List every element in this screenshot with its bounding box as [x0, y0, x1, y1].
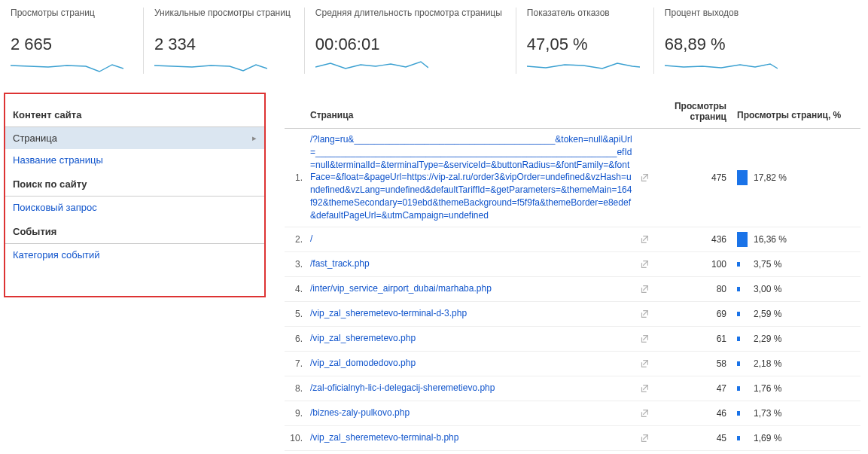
metric-bounce-rate[interactable]: Показатель отказов 47,05 %: [516, 8, 653, 74]
page-link[interactable]: /vip_zal_sheremetevo-terminal-b.php: [310, 431, 458, 444]
metric-label: Просмотры страниц: [11, 8, 129, 30]
row-views: 475: [650, 172, 732, 183]
metrics-summary: Просмотры страниц 2 665 Уникальные просм…: [0, 0, 868, 89]
pct-text: 2,18 %: [754, 358, 781, 369]
sidebar-item-search-query[interactable]: Поисковый запрос: [5, 197, 264, 218]
row-page-cell: /biznes-zaly-pulkovo.php: [307, 407, 650, 419]
row-views: 58: [650, 358, 732, 369]
pct-text: 3,75 %: [754, 259, 781, 270]
row-views: 47: [650, 383, 732, 394]
external-link-icon[interactable]: [639, 234, 650, 245]
metric-label: Средняя длительность просмотра страницы: [315, 8, 502, 30]
dimension-sidebar: Контент сайта Страница ▸ Название страни…: [4, 93, 266, 297]
col-header-page[interactable]: Страница: [307, 89, 650, 122]
table-row: 1./?lang=ru&____________________________…: [285, 129, 860, 227]
metric-label: Уникальные просмотры страниц: [154, 8, 291, 30]
page-link[interactable]: /zal-oficialnyh-lic-i-delegacij-sheremet…: [310, 382, 495, 395]
row-pct-cell: 1,73 %: [732, 406, 860, 421]
external-link-icon[interactable]: [639, 172, 650, 183]
metric-label: Показатель отказов: [527, 8, 640, 30]
sparkline: [665, 59, 778, 74]
row-views: 436: [650, 234, 732, 245]
page-link[interactable]: /vip_zal_sheremetevo.php: [310, 332, 416, 345]
sidebar-item-label: Страница: [13, 133, 57, 144]
external-link-icon[interactable]: [639, 284, 650, 294]
page-link[interactable]: /inter/vip_service_airport_dubai/marhaba…: [310, 282, 492, 295]
col-header-pct[interactable]: Просмотры страниц, %: [732, 89, 860, 122]
metric-pageviews[interactable]: Просмотры страниц 2 665: [8, 8, 143, 74]
sidebar-item-event-category[interactable]: Категория событий: [5, 244, 264, 266]
section-title-content: Контент сайта: [5, 102, 264, 127]
row-page-cell: /zal-oficialnyh-lic-i-delegacij-sheremet…: [307, 382, 650, 395]
page-link[interactable]: /?lang=ru&______________________________…: [310, 133, 633, 222]
row-index: 2.: [285, 234, 307, 245]
external-link-icon[interactable]: [639, 259, 650, 270]
table-row: 8./zal-oficialnyh-lic-i-delegacij-sherem…: [285, 376, 860, 401]
row-page-cell: /?lang=ru&______________________________…: [307, 133, 650, 222]
external-link-icon[interactable]: [639, 334, 650, 344]
pages-table: Страница Просмотры страниц Просмотры стр…: [270, 89, 868, 454]
row-views: 100: [650, 259, 732, 270]
row-pct-cell: 17,82 %: [732, 170, 860, 185]
external-link-icon[interactable]: [639, 309, 650, 319]
metric-exit-pct[interactable]: Процент выходов 68,89 %: [653, 8, 791, 74]
pct-text: 2,29 %: [754, 334, 781, 344]
pct-bar: [737, 361, 740, 366]
metric-value: 00:06:01: [315, 35, 502, 54]
pct-text: 1,76 %: [754, 383, 781, 394]
row-views: 46: [650, 408, 732, 419]
sparkline: [315, 59, 502, 74]
pct-text: 1,73 %: [754, 408, 781, 419]
row-index: 9.: [285, 408, 307, 419]
sidebar-item-page-title[interactable]: Название страницы: [5, 149, 264, 171]
pct-text: 2,59 %: [754, 309, 781, 319]
row-pct-cell: 2,18 %: [732, 356, 860, 371]
row-page-cell: /fast_track.php: [307, 257, 650, 270]
metric-value: 47,05 %: [527, 35, 640, 54]
row-views: 69: [650, 309, 732, 319]
row-index: 8.: [285, 383, 307, 394]
external-link-icon[interactable]: [639, 433, 650, 443]
row-pct-cell: 2,59 %: [732, 306, 860, 321]
metric-avg-time[interactable]: Средняя длительность просмотра страницы …: [304, 8, 516, 74]
pct-bar: [737, 170, 748, 185]
pct-bar: [737, 312, 740, 316]
row-index: 3.: [285, 259, 307, 270]
pct-bar: [737, 287, 740, 291]
row-views: 61: [650, 334, 732, 344]
row-page-cell: /vip_zal_domodedovo.php: [307, 357, 650, 370]
pct-text: 1,69 %: [754, 433, 781, 443]
metric-label: Процент выходов: [665, 8, 778, 30]
external-link-icon[interactable]: [639, 408, 650, 419]
row-pct-cell: 1,69 %: [732, 431, 860, 446]
row-page-cell: /vip_zal_sheremetevo-terminal-d-3.php: [307, 307, 650, 320]
row-page-cell: /inter/vip_service_airport_dubai/marhaba…: [307, 282, 650, 295]
sidebar-item-page[interactable]: Страница ▸: [5, 127, 264, 149]
table-row: 9./biznes-zaly-pulkovo.php461,73 %: [285, 401, 860, 426]
external-link-icon[interactable]: [639, 358, 650, 369]
table-row: 5./vip_zal_sheremetevo-terminal-d-3.php6…: [285, 302, 860, 327]
page-link[interactable]: /vip_zal_domodedovo.php: [310, 357, 416, 370]
page-link[interactable]: /biznes-zaly-pulkovo.php: [310, 407, 410, 419]
table-row: 6./vip_zal_sheremetevo.php612,29 %: [285, 327, 860, 352]
sidebar-item-label: Название страницы: [13, 154, 103, 166]
col-header-views[interactable]: Просмотры страниц: [650, 89, 732, 122]
pct-bar: [737, 337, 740, 341]
row-index: 1.: [285, 172, 307, 183]
row-views: 80: [650, 284, 732, 294]
row-page-cell: /vip_zal_sheremetevo-terminal-b.php: [307, 431, 650, 444]
page-link[interactable]: /vip_zal_sheremetevo-terminal-d-3.php: [310, 307, 467, 320]
table-row: 7./vip_zal_domodedovo.php582,18 %: [285, 352, 860, 376]
metric-unique-pageviews[interactable]: Уникальные просмотры страниц 2 334: [143, 8, 304, 74]
table-header: Страница Просмотры страниц Просмотры стр…: [285, 89, 860, 129]
table-row: 10./vip_zal_sheremetevo-terminal-b.php45…: [285, 426, 860, 451]
sidebar-item-label: Категория событий: [13, 249, 100, 261]
section-title-sitesearch: Поиск по сайту: [5, 171, 264, 197]
page-link[interactable]: /fast_track.php: [310, 257, 370, 270]
row-index: 7.: [285, 358, 307, 369]
sparkline: [527, 59, 640, 74]
page-link[interactable]: /: [310, 233, 312, 245]
external-link-icon[interactable]: [639, 383, 650, 394]
table-row: 4./inter/vip_service_airport_dubai/marha…: [285, 277, 860, 302]
metric-value: 2 665: [11, 35, 129, 54]
